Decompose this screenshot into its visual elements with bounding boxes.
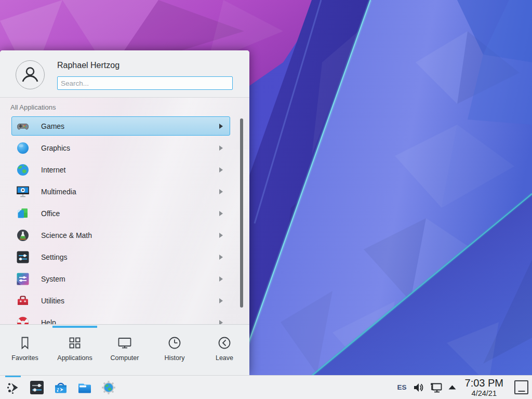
desktop: Raphael Hertzog All Applications Games: [0, 0, 532, 399]
discover-button[interactable]: [53, 380, 69, 395]
tab-label: History: [165, 354, 185, 362]
digital-clock[interactable]: 7:03 PM 4/24/21: [465, 378, 503, 397]
user-name: Raphael Hertzog: [57, 61, 119, 70]
leave-circle-icon: [217, 335, 232, 351]
tab-label: Applications: [57, 354, 92, 362]
system-tray: ES 7:03 PM 4/24/21: [397, 378, 532, 397]
submenu-arrow-icon: [219, 233, 223, 238]
category-label: Utilities: [41, 297, 64, 305]
tab-label: Leave: [216, 354, 233, 362]
taskbar-app-icons: [0, 380, 116, 395]
volume-icon[interactable]: [413, 382, 424, 393]
submenu-arrow-icon: [219, 255, 223, 260]
folder-icon: [77, 380, 92, 395]
category-label: Graphics: [41, 144, 70, 152]
clock-time: 7:03 PM: [465, 378, 503, 388]
launcher-tab-bar: Favorites Applications Computer: [0, 324, 249, 375]
expand-arrow-icon[interactable]: [448, 384, 456, 390]
tab-label: Favorites: [11, 354, 38, 362]
category-science-math[interactable]: Science & Math: [11, 225, 230, 245]
category-label: Help: [41, 318, 56, 325]
user-avatar[interactable]: [16, 60, 45, 89]
toolbox-icon: [16, 294, 30, 308]
category-office[interactable]: Office: [11, 204, 230, 223]
category-games[interactable]: Games: [11, 116, 230, 136]
category-label: Settings: [41, 253, 68, 261]
flask-icon: [16, 228, 30, 243]
documents-icon: [16, 206, 30, 221]
category-help[interactable]: Help: [11, 313, 230, 324]
tab-computer[interactable]: Computer: [100, 325, 150, 375]
system-settings-icon: [29, 380, 45, 395]
submenu-arrow-icon: [219, 167, 223, 172]
section-label: All Applications: [10, 103, 56, 111]
category-label: System: [41, 275, 65, 283]
submenu-arrow-icon: [219, 320, 223, 325]
sphere-icon: [16, 141, 30, 155]
clock-date: 4/24/21: [465, 390, 503, 397]
application-launcher-popup: Raphael Hertzog All Applications Games: [0, 50, 249, 375]
category-label: Science & Math: [41, 231, 92, 240]
active-task-indicator: [5, 376, 21, 377]
category-graphics[interactable]: Graphics: [11, 138, 230, 157]
launcher-category-list: All Applications Games: [0, 98, 249, 324]
tab-leave[interactable]: Leave: [200, 325, 249, 375]
system-settings-button[interactable]: [29, 380, 45, 395]
category-utilities[interactable]: Utilities: [11, 291, 230, 310]
show-desktop-button[interactable]: [514, 380, 528, 394]
monitor-icon: [117, 335, 132, 351]
category-label: Multimedia: [41, 188, 76, 196]
keyboard-layout-indicator[interactable]: ES: [397, 383, 407, 391]
submenu-arrow-icon: [219, 211, 223, 216]
sliders-icon: [16, 250, 30, 264]
globe-icon: [16, 163, 30, 177]
tab-applications[interactable]: Applications: [50, 325, 100, 375]
category-settings[interactable]: Settings: [11, 247, 230, 267]
tab-favorites[interactable]: Favorites: [0, 325, 50, 375]
search-input[interactable]: [57, 76, 233, 90]
clock-icon: [167, 335, 182, 351]
category-internet[interactable]: Internet: [11, 160, 230, 179]
submenu-arrow-icon: [219, 189, 223, 194]
globe-gear-icon: [101, 380, 116, 395]
media-player-icon: [16, 184, 30, 199]
tab-history[interactable]: History: [150, 325, 200, 375]
user-icon: [19, 63, 42, 86]
discover-bag-icon: [53, 380, 69, 395]
gamepad-icon: [16, 119, 30, 134]
launcher-header: Raphael Hertzog: [0, 50, 249, 98]
submenu-arrow-icon: [219, 145, 223, 151]
category-system[interactable]: System: [11, 269, 230, 288]
category-multimedia[interactable]: Multimedia: [11, 182, 230, 201]
submenu-arrow-icon: [219, 276, 223, 282]
active-tab-indicator: [52, 326, 97, 328]
application-launcher-button[interactable]: [5, 380, 21, 395]
list-scrollbar[interactable]: [240, 118, 243, 308]
tab-label: Computer: [111, 354, 139, 362]
kde-launcher-icon: [5, 380, 21, 395]
grid-icon: [67, 335, 83, 351]
web-browser-button[interactable]: [101, 380, 116, 395]
lifebuoy-icon: [16, 315, 30, 325]
network-icon[interactable]: [430, 381, 443, 394]
bookmark-icon: [17, 335, 33, 351]
taskbar: ES 7:03 PM 4/24/21: [0, 375, 532, 399]
submenu-arrow-icon: [219, 298, 223, 303]
category-label: Office: [41, 209, 60, 218]
category-label: Internet: [41, 166, 65, 174]
category-label: Games: [41, 122, 64, 130]
system-sliders-icon: [16, 272, 30, 286]
submenu-arrow-icon: [219, 124, 223, 129]
file-manager-button[interactable]: [77, 380, 92, 395]
